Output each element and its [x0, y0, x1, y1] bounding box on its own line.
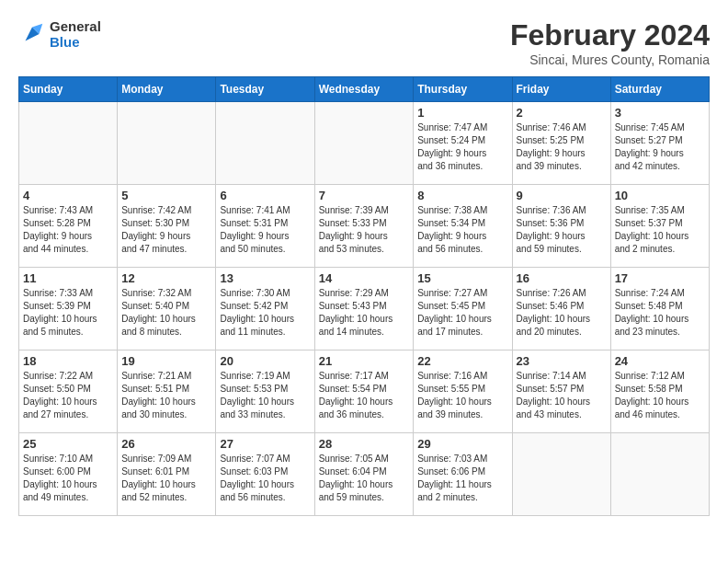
day-info: Sunrise: 7:36 AM Sunset: 5:36 PM Dayligh… — [517, 204, 607, 256]
title-area: February 2024 Sincai, Mures County, Roma… — [510, 18, 710, 67]
weekday-header-friday: Friday — [512, 77, 610, 102]
calendar-day-cell: 20Sunrise: 7:19 AM Sunset: 5:53 PM Dayli… — [216, 350, 314, 433]
calendar-day-cell: 18Sunrise: 7:22 AM Sunset: 5:50 PM Dayli… — [19, 350, 118, 433]
calendar-day-cell — [512, 433, 610, 516]
day-info: Sunrise: 7:45 AM Sunset: 5:27 PM Dayligh… — [615, 121, 705, 173]
day-number: 23 — [517, 354, 607, 368]
day-number: 10 — [615, 189, 705, 202]
day-number: 20 — [220, 354, 310, 368]
day-info: Sunrise: 7:19 AM Sunset: 5:53 PM Dayligh… — [220, 370, 310, 421]
day-number: 17 — [615, 271, 705, 285]
day-info: Sunrise: 7:12 AM Sunset: 5:58 PM Dayligh… — [615, 370, 705, 421]
day-info: Sunrise: 7:09 AM Sunset: 6:01 PM Dayligh… — [121, 453, 211, 504]
calendar-day-cell: 4Sunrise: 7:43 AM Sunset: 5:28 PM Daylig… — [19, 185, 118, 268]
calendar-day-cell: 17Sunrise: 7:24 AM Sunset: 5:48 PM Dayli… — [610, 268, 709, 350]
day-number: 29 — [417, 437, 507, 451]
calendar-week-row: 1Sunrise: 7:47 AM Sunset: 5:24 PM Daylig… — [19, 102, 710, 185]
day-number: 14 — [319, 271, 410, 285]
day-number: 7 — [319, 189, 410, 202]
calendar-day-cell: 26Sunrise: 7:09 AM Sunset: 6:01 PM Dayli… — [118, 433, 216, 516]
calendar-day-cell: 27Sunrise: 7:07 AM Sunset: 6:03 PM Dayli… — [216, 433, 314, 516]
day-number: 6 — [220, 189, 310, 202]
day-info: Sunrise: 7:43 AM Sunset: 5:28 PM Dayligh… — [23, 204, 113, 256]
day-number: 4 — [23, 189, 113, 202]
day-number: 11 — [23, 271, 113, 285]
calendar-week-row: 18Sunrise: 7:22 AM Sunset: 5:50 PM Dayli… — [19, 350, 710, 433]
calendar-day-cell: 19Sunrise: 7:21 AM Sunset: 5:51 PM Dayli… — [118, 350, 216, 433]
calendar-day-cell — [118, 102, 216, 185]
page-header: General Blue February 2024 Sincai, Mures… — [18, 18, 710, 67]
calendar-day-cell: 29Sunrise: 7:03 AM Sunset: 6:06 PM Dayli… — [414, 433, 512, 516]
calendar-day-cell: 10Sunrise: 7:35 AM Sunset: 5:37 PM Dayli… — [610, 185, 709, 268]
day-info: Sunrise: 7:32 AM Sunset: 5:40 PM Dayligh… — [121, 287, 211, 339]
calendar-day-cell — [19, 102, 118, 185]
calendar-day-cell: 16Sunrise: 7:26 AM Sunset: 5:46 PM Dayli… — [512, 268, 610, 350]
day-info: Sunrise: 7:10 AM Sunset: 6:00 PM Dayligh… — [23, 453, 113, 504]
day-info: Sunrise: 7:41 AM Sunset: 5:31 PM Dayligh… — [220, 204, 310, 256]
calendar-day-cell: 24Sunrise: 7:12 AM Sunset: 5:58 PM Dayli… — [610, 350, 709, 433]
calendar-day-cell: 14Sunrise: 7:29 AM Sunset: 5:43 PM Dayli… — [314, 268, 414, 350]
day-number: 24 — [615, 354, 705, 368]
day-number: 8 — [417, 189, 507, 202]
weekday-header-row: SundayMondayTuesdayWednesdayThursdayFrid… — [19, 77, 710, 102]
calendar-day-cell: 15Sunrise: 7:27 AM Sunset: 5:45 PM Dayli… — [414, 268, 512, 350]
day-info: Sunrise: 7:22 AM Sunset: 5:50 PM Dayligh… — [23, 370, 113, 421]
day-info: Sunrise: 7:21 AM Sunset: 5:51 PM Dayligh… — [121, 370, 211, 421]
calendar-day-cell: 22Sunrise: 7:16 AM Sunset: 5:55 PM Dayli… — [414, 350, 512, 433]
calendar-day-cell — [314, 102, 414, 185]
day-info: Sunrise: 7:46 AM Sunset: 5:25 PM Dayligh… — [517, 121, 607, 173]
calendar-day-cell: 12Sunrise: 7:32 AM Sunset: 5:40 PM Dayli… — [118, 268, 216, 350]
calendar-day-cell — [610, 433, 709, 516]
day-number: 3 — [615, 106, 705, 120]
day-info: Sunrise: 7:17 AM Sunset: 5:54 PM Dayligh… — [319, 370, 410, 421]
day-number: 22 — [417, 354, 507, 368]
logo-bird-icon — [18, 20, 46, 48]
weekday-header-sunday: Sunday — [19, 77, 118, 102]
calendar-day-cell: 7Sunrise: 7:39 AM Sunset: 5:33 PM Daylig… — [314, 185, 414, 268]
calendar-week-row: 4Sunrise: 7:43 AM Sunset: 5:28 PM Daylig… — [19, 185, 710, 268]
day-number: 26 — [121, 437, 211, 451]
day-number: 27 — [220, 437, 310, 451]
calendar-day-cell: 6Sunrise: 7:41 AM Sunset: 5:31 PM Daylig… — [216, 185, 314, 268]
day-info: Sunrise: 7:16 AM Sunset: 5:55 PM Dayligh… — [417, 370, 507, 421]
day-number: 9 — [517, 189, 607, 202]
day-number: 2 — [517, 106, 607, 120]
calendar-day-cell: 8Sunrise: 7:38 AM Sunset: 5:34 PM Daylig… — [414, 185, 512, 268]
day-number: 1 — [417, 106, 507, 120]
day-info: Sunrise: 7:24 AM Sunset: 5:48 PM Dayligh… — [615, 287, 705, 339]
weekday-header-tuesday: Tuesday — [216, 77, 314, 102]
calendar-week-row: 25Sunrise: 7:10 AM Sunset: 6:00 PM Dayli… — [19, 433, 710, 516]
calendar-day-cell: 13Sunrise: 7:30 AM Sunset: 5:42 PM Dayli… — [216, 268, 314, 350]
weekday-header-thursday: Thursday — [414, 77, 512, 102]
day-info: Sunrise: 7:39 AM Sunset: 5:33 PM Dayligh… — [319, 204, 410, 256]
calendar-day-cell: 11Sunrise: 7:33 AM Sunset: 5:39 PM Dayli… — [19, 268, 118, 350]
day-info: Sunrise: 7:14 AM Sunset: 5:57 PM Dayligh… — [517, 370, 607, 421]
calendar-table: SundayMondayTuesdayWednesdayThursdayFrid… — [18, 76, 710, 516]
day-number: 28 — [319, 437, 410, 451]
day-number: 15 — [417, 271, 507, 285]
calendar-day-cell — [216, 102, 314, 185]
day-info: Sunrise: 7:26 AM Sunset: 5:46 PM Dayligh… — [517, 287, 607, 339]
day-info: Sunrise: 7:47 AM Sunset: 5:24 PM Dayligh… — [417, 121, 507, 173]
day-number: 16 — [517, 271, 607, 285]
day-number: 21 — [319, 354, 410, 368]
day-info: Sunrise: 7:42 AM Sunset: 5:30 PM Dayligh… — [121, 204, 211, 256]
calendar-day-cell: 23Sunrise: 7:14 AM Sunset: 5:57 PM Dayli… — [512, 350, 610, 433]
logo-text: General Blue — [50, 18, 101, 50]
calendar-day-cell: 21Sunrise: 7:17 AM Sunset: 5:54 PM Dayli… — [314, 350, 414, 433]
calendar-day-cell: 28Sunrise: 7:05 AM Sunset: 6:04 PM Dayli… — [314, 433, 414, 516]
weekday-header-monday: Monday — [118, 77, 216, 102]
day-number: 5 — [121, 189, 211, 202]
calendar-day-cell: 25Sunrise: 7:10 AM Sunset: 6:00 PM Dayli… — [19, 433, 118, 516]
day-info: Sunrise: 7:07 AM Sunset: 6:03 PM Dayligh… — [220, 453, 310, 504]
day-info: Sunrise: 7:27 AM Sunset: 5:45 PM Dayligh… — [417, 287, 507, 339]
day-number: 13 — [220, 271, 310, 285]
day-info: Sunrise: 7:03 AM Sunset: 6:06 PM Dayligh… — [417, 453, 507, 504]
calendar-week-row: 11Sunrise: 7:33 AM Sunset: 5:39 PM Dayli… — [19, 268, 710, 350]
day-info: Sunrise: 7:38 AM Sunset: 5:34 PM Dayligh… — [417, 204, 507, 256]
day-info: Sunrise: 7:30 AM Sunset: 5:42 PM Dayligh… — [220, 287, 310, 339]
calendar-day-cell: 1Sunrise: 7:47 AM Sunset: 5:24 PM Daylig… — [414, 102, 512, 185]
day-number: 12 — [121, 271, 211, 285]
calendar-day-cell: 9Sunrise: 7:36 AM Sunset: 5:36 PM Daylig… — [512, 185, 610, 268]
day-info: Sunrise: 7:05 AM Sunset: 6:04 PM Dayligh… — [319, 453, 410, 504]
